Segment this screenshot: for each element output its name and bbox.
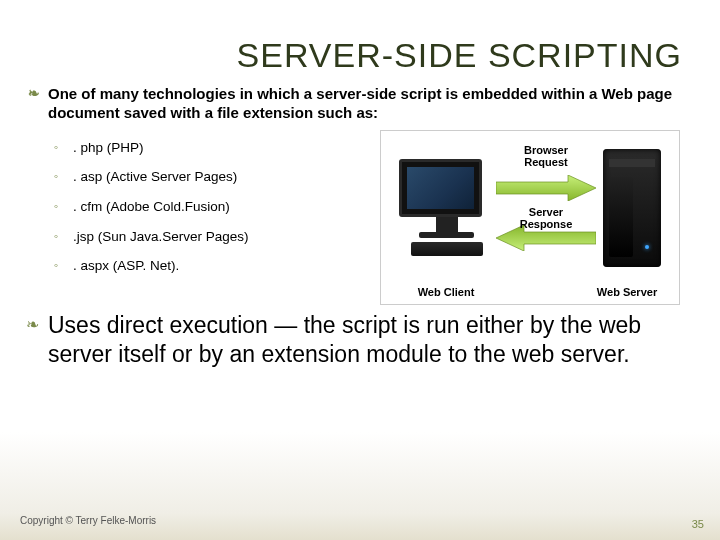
slide-title: SERVER-SIDE SCRIPTING: [38, 36, 682, 75]
client-server-diagram: Browser Request Server Response Web Clie…: [380, 130, 680, 305]
web-client-label: Web Client: [401, 286, 491, 298]
web-client-icon: [399, 159, 494, 254]
uses-paragraph: Uses direct execution — the script is ru…: [38, 311, 682, 370]
page-number: 35: [692, 518, 704, 530]
browser-request-label: Browser Request: [511, 144, 581, 168]
intro-paragraph: One of many technologies in which a serv…: [38, 85, 682, 123]
web-server-label: Web Server: [587, 286, 667, 298]
web-server-icon: [603, 149, 661, 267]
copyright-text: Copyright © Terry Felke-Morris: [20, 515, 156, 526]
server-response-label: Server Response: [511, 206, 581, 230]
request-arrow-icon: [496, 175, 596, 201]
slide: SERVER-SIDE SCRIPTING One of many techno…: [0, 0, 720, 540]
svg-marker-0: [496, 175, 596, 201]
